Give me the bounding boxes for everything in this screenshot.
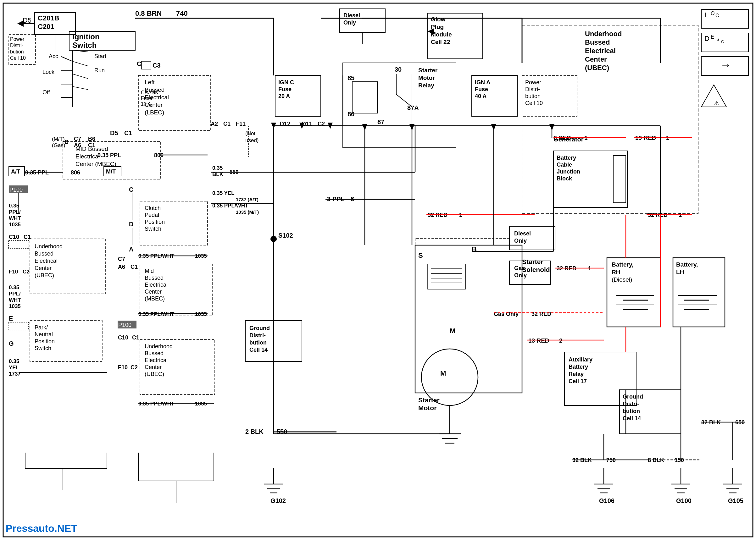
svg-text:Fuse: Fuse	[141, 95, 152, 101]
svg-text:1035: 1035	[195, 401, 207, 407]
svg-text:Diesel: Diesel	[343, 12, 360, 19]
svg-text:Distri-: Distri-	[10, 43, 23, 48]
svg-text:0.35: 0.35	[9, 358, 19, 364]
svg-text:2: 2	[559, 337, 563, 344]
svg-text:F10: F10	[118, 364, 128, 370]
svg-text:Acc: Acc	[49, 53, 58, 60]
svg-text:Power: Power	[525, 79, 541, 85]
svg-text:LH: LH	[676, 269, 684, 275]
svg-text:Center: Center	[585, 55, 607, 63]
svg-text:Starter: Starter	[522, 258, 543, 265]
svg-text:Bussed: Bussed	[35, 250, 54, 257]
svg-text:PPL/: PPL/	[9, 209, 21, 215]
svg-text:L: L	[704, 11, 708, 19]
svg-text:A6: A6	[74, 142, 81, 148]
svg-text:Position: Position	[35, 338, 55, 344]
svg-text:Start: Start	[94, 53, 106, 60]
svg-text:C1: C1	[130, 264, 138, 270]
svg-text:PPL/: PPL/	[9, 291, 21, 297]
svg-text:C: C	[715, 13, 719, 18]
svg-text:(Gas): (Gas)	[52, 142, 66, 148]
svg-text:Neutral: Neutral	[35, 331, 53, 338]
svg-text:CRANK: CRANK	[141, 90, 159, 95]
svg-text:bution: bution	[10, 49, 24, 55]
svg-text:C1: C1	[88, 142, 95, 148]
svg-text:(UBEC): (UBEC)	[145, 371, 164, 377]
svg-text:G106: G106	[599, 497, 615, 504]
svg-text:Switch: Switch	[35, 345, 51, 351]
svg-text:Run: Run	[94, 67, 105, 73]
svg-text:(Diesel): (Diesel)	[612, 276, 632, 283]
svg-text:C1: C1	[223, 121, 230, 127]
svg-text:Gas Only: Gas Only	[494, 311, 519, 317]
svg-text:Fuse: Fuse	[475, 86, 488, 92]
svg-text:Fuse: Fuse	[278, 86, 291, 92]
svg-text:(LBEC): (LBEC)	[145, 109, 164, 116]
svg-text:0.35 PPL: 0.35 PPL	[97, 152, 121, 158]
svg-text:Motor: Motor	[418, 74, 435, 81]
svg-text:C: C	[721, 40, 724, 44]
svg-text:Solenoid: Solenoid	[522, 266, 550, 273]
svg-text:A: A	[129, 246, 133, 253]
svg-text:Center (MBEC): Center (MBEC)	[76, 161, 116, 167]
svg-text:740: 740	[176, 9, 188, 17]
svg-text:Distri-: Distri-	[525, 86, 540, 92]
svg-text:Only: Only	[514, 238, 527, 244]
diagram-container: L O C D E S C → ⚠ C201B C201 D5 Power Di…	[0, 0, 756, 540]
svg-text:G105: G105	[728, 497, 743, 504]
svg-text:bution: bution	[525, 93, 540, 99]
svg-text:Distri-: Distri-	[249, 332, 266, 338]
svg-text:0.35 PPL/WHT: 0.35 PPL/WHT	[138, 401, 175, 407]
svg-text:10 A: 10 A	[141, 101, 151, 106]
svg-text:P100: P100	[9, 187, 23, 193]
svg-text:Block: Block	[557, 175, 572, 182]
svg-text:32 RED: 32 RED	[531, 311, 551, 317]
svg-text:M: M	[440, 369, 446, 377]
svg-text:C: C	[129, 186, 133, 193]
svg-text:1035: 1035	[9, 221, 21, 227]
svg-text:C3: C3	[153, 62, 161, 69]
svg-text:Bussed: Bussed	[585, 38, 610, 46]
svg-text:Auxiliary: Auxiliary	[568, 356, 592, 363]
svg-text:G100: G100	[676, 497, 691, 504]
svg-text:Distri-: Distri-	[623, 401, 639, 407]
svg-text:C201: C201	[38, 23, 55, 31]
svg-text:Bussed: Bussed	[145, 350, 164, 356]
svg-text:Glow: Glow	[431, 16, 446, 23]
svg-text:C10: C10	[118, 335, 128, 341]
svg-text:F10: F10	[9, 269, 18, 275]
svg-text:M/T: M/T	[106, 169, 116, 175]
svg-text:Ground: Ground	[249, 325, 270, 331]
svg-text:(UBEC): (UBEC)	[35, 272, 54, 279]
svg-text:RH: RH	[612, 269, 620, 275]
svg-text:Switch: Switch	[72, 41, 96, 49]
svg-text:Power: Power	[10, 37, 25, 42]
svg-text:C2: C2	[130, 364, 138, 370]
svg-text:87: 87	[378, 118, 384, 125]
svg-text:Clutch: Clutch	[145, 205, 161, 211]
svg-text:A/T: A/T	[11, 169, 20, 175]
svg-text:D: D	[704, 35, 709, 43]
svg-text:Center: Center	[145, 364, 162, 370]
svg-text:Cell 10: Cell 10	[525, 100, 543, 106]
svg-text:O: O	[711, 11, 714, 16]
svg-text:13 RED: 13 RED	[528, 337, 549, 344]
svg-text:806: 806	[71, 170, 80, 176]
svg-text:Bussed: Bussed	[145, 275, 164, 281]
svg-text:0.8 BRN: 0.8 BRN	[135, 9, 162, 17]
svg-text:Cell 10: Cell 10	[10, 55, 26, 61]
svg-text:A2: A2	[211, 121, 218, 127]
svg-text:1035: 1035	[195, 311, 207, 317]
svg-text:bution: bution	[249, 339, 267, 346]
svg-text:Motor: Motor	[418, 404, 436, 411]
svg-text:Cell 22: Cell 22	[431, 39, 450, 45]
svg-text:S: S	[716, 37, 719, 42]
svg-text:(UBEC): (UBEC)	[585, 64, 609, 72]
svg-text:40 A: 40 A	[475, 93, 487, 99]
svg-text:E: E	[711, 34, 714, 40]
svg-text:86: 86	[348, 111, 355, 118]
svg-text:Park/: Park/	[35, 325, 48, 331]
svg-text:Left: Left	[145, 79, 155, 85]
svg-text:(Not: (Not	[245, 130, 255, 136]
svg-text:Only: Only	[514, 272, 527, 279]
